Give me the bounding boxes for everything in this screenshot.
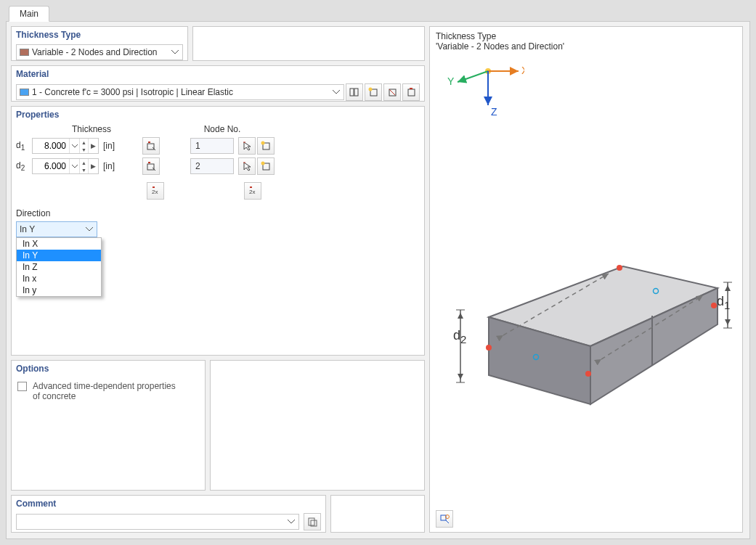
thickness-type-value: Variable - 2 Nodes and Direction — [32, 47, 166, 57]
direction-option-in-y-lower[interactable]: In y — [17, 284, 101, 296]
svg-text:Z: Z — [491, 106, 497, 118]
new-icon — [368, 87, 378, 97]
cursor-icon — [242, 161, 252, 171]
d2-node-select-button[interactable] — [238, 157, 256, 175]
pick-icon — [146, 161, 156, 171]
col-head-thickness: Thickness — [48, 124, 135, 134]
d1-thickness-field[interactable] — [33, 141, 69, 151]
chevron-down-icon — [169, 45, 181, 60]
properties-title: Properties — [12, 107, 424, 124]
d1-node-new-button[interactable] — [257, 137, 275, 155]
col-head-node: Node No. — [193, 124, 251, 134]
panel-options: Options Advanced time-dependent properti… — [11, 360, 206, 491]
d1-node-input[interactable]: 1 — [190, 138, 234, 154]
svg-marker-39 — [458, 313, 463, 319]
comment-clipboard-button[interactable] — [304, 513, 321, 530]
d1-label: d1 — [16, 140, 32, 152]
node-reset-button[interactable]: 2x — [244, 182, 261, 200]
direction-option-in-z-upper[interactable]: In Z — [17, 261, 101, 273]
svg-point-32 — [617, 265, 622, 271]
clipboard-icon — [307, 517, 317, 527]
d1-thickness-input[interactable]: ▲▼ ▶ — [32, 138, 99, 154]
direction-option-in-x-lower[interactable]: In x — [17, 273, 101, 284]
material-value: 1 - Concrete f'c = 3000 psi | Isotropic … — [32, 87, 328, 97]
cursor-icon — [242, 141, 252, 151]
svg-line-18 — [458, 71, 488, 82]
panel-thickness-type: Thickness Type Variable - 2 Nodes and Di… — [11, 26, 188, 61]
thickness-type-dropdown[interactable]: Variable - 2 Nodes and Direction — [16, 44, 183, 60]
svg-text:2x: 2x — [152, 189, 158, 195]
svg-text:2x: 2x — [249, 189, 255, 195]
panel-options-right — [210, 360, 425, 491]
svg-rect-5 — [408, 89, 415, 96]
svg-text:X: X — [521, 65, 524, 76]
d2-thickness-field[interactable] — [33, 161, 69, 171]
direction-value: In Y — [20, 224, 81, 234]
panel-comment: Comment — [11, 495, 326, 533]
edit-icon — [387, 87, 397, 97]
comment-dropdown[interactable] — [16, 514, 299, 530]
arrow-right-icon[interactable]: ▶ — [88, 159, 98, 173]
d2-unit: [in] — [103, 161, 115, 171]
thickness-type-swatch — [20, 49, 29, 56]
sync-icon — [439, 514, 450, 524]
d2-node-input[interactable]: 2 — [190, 158, 234, 174]
tab-main-label: Main — [20, 9, 38, 19]
new-icon — [261, 161, 271, 171]
d2-node-new-button[interactable] — [257, 157, 275, 175]
d1-unit: [in] — [103, 141, 115, 151]
d2-dimension-label: d2 — [453, 328, 466, 345]
direction-option-in-y[interactable]: In Y — [17, 250, 101, 261]
d2-pick-thickness-button[interactable] — [142, 157, 160, 175]
material-swatch — [20, 89, 29, 96]
chevron-down-icon — [84, 222, 95, 237]
delete-icon — [406, 87, 416, 97]
direction-dropdown[interactable]: In Y — [16, 221, 97, 237]
material-dropdown[interactable]: 1 - Concrete f'c = 3000 psi | Isotropic … — [16, 84, 344, 100]
d2-thickness-input[interactable]: ▲▼ ▶ — [32, 158, 99, 174]
panel-properties: Properties Thickness Node No. d1 ▲▼ ▶ [i… — [11, 106, 425, 356]
material-edit-button[interactable] — [383, 83, 401, 101]
direction-label: Direction — [16, 208, 50, 218]
material-delete-button[interactable] — [402, 83, 420, 101]
material-title: Material — [12, 66, 424, 83]
d1-dimension-label: d1 — [717, 294, 730, 311]
svg-rect-0 — [350, 89, 354, 96]
chevron-down-icon[interactable] — [69, 139, 79, 153]
d1-spinner[interactable]: ▲▼ — [79, 139, 88, 153]
chevron-down-icon — [285, 515, 297, 529]
chevron-down-icon — [330, 85, 342, 99]
direction-dropdown-list[interactable]: In X In Y In Z In x In y — [16, 237, 102, 297]
svg-point-31 — [585, 371, 591, 377]
options-title: Options — [12, 361, 205, 378]
chevron-down-icon[interactable] — [69, 159, 79, 173]
advanced-concrete-checkbox[interactable] — [17, 382, 27, 391]
svg-marker-45 — [725, 319, 731, 325]
svg-marker-44 — [725, 285, 731, 291]
svg-text:Y: Y — [447, 75, 455, 87]
panel-material: Material 1 - Concrete f'c = 3000 psi | I… — [11, 65, 425, 102]
svg-point-11 — [261, 162, 265, 165]
material-new-button[interactable] — [365, 83, 382, 101]
panel-spacer-top — [192, 26, 425, 61]
arrow-right-icon[interactable]: ▶ — [88, 139, 98, 153]
d1-node-select-button[interactable] — [238, 137, 256, 155]
d1-pick-thickness-button[interactable] — [142, 137, 160, 155]
preview-tool-button[interactable] — [436, 510, 453, 528]
reset-icon: 2x — [248, 186, 258, 196]
coordinate-axes-icon: X Y Z — [437, 53, 524, 126]
comment-title: Comment — [12, 496, 325, 513]
thickness-reset-button[interactable]: 2x — [147, 182, 164, 200]
svg-point-33 — [711, 303, 717, 308]
thickness-3d-preview — [434, 237, 739, 433]
tab-main[interactable]: Main — [9, 6, 49, 22]
svg-rect-1 — [354, 89, 358, 96]
svg-rect-46 — [441, 515, 446, 520]
preview-label: Thickness Type — [430, 27, 742, 41]
d2-spinner[interactable]: ▲▼ — [79, 159, 88, 173]
thickness-type-title: Thickness Type — [12, 27, 187, 44]
material-library-button[interactable] — [346, 83, 363, 101]
preview-value: 'Variable - 2 Nodes and Direction' — [430, 41, 742, 52]
direction-option-in-x[interactable]: In X — [17, 238, 101, 250]
reset-icon: 2x — [150, 186, 160, 196]
